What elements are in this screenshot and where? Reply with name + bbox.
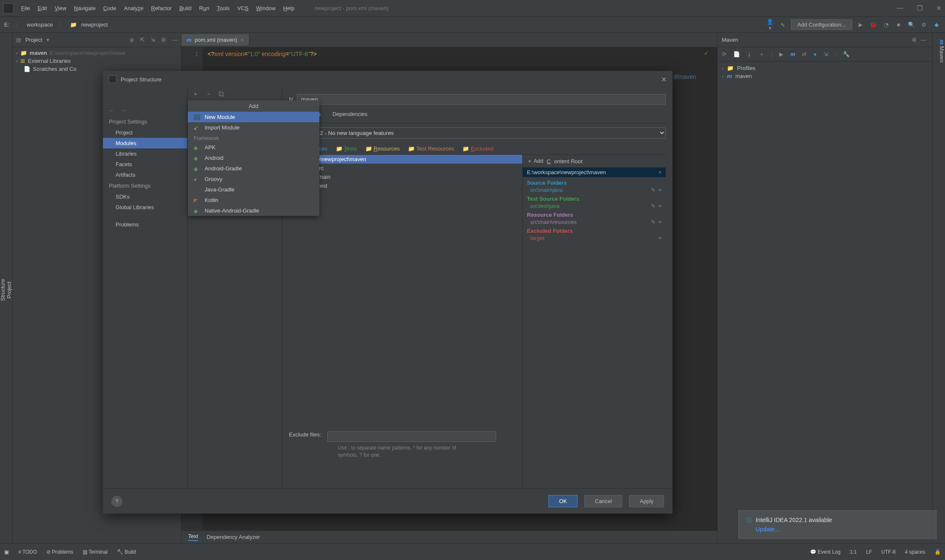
ok-button[interactable]: OK	[548, 495, 578, 507]
menu-window[interactable]: Window	[256, 5, 275, 11]
maven-offline-icon[interactable]: ●	[813, 51, 817, 57]
left-tab-structure[interactable]: Structure	[0, 37, 6, 543]
run-icon[interactable]: ▶	[856, 22, 865, 28]
ps-side-project[interactable]: Project	[103, 127, 187, 138]
menu-navigate[interactable]: Navigate	[74, 5, 95, 11]
add-fw-java-gradle[interactable]: Java-Gradle	[188, 184, 319, 195]
content-root-row[interactable]: \workspace\newproject\maven	[289, 155, 522, 164]
remove-icon[interactable]: ×	[658, 235, 662, 241]
menu-run[interactable]: Run	[199, 5, 209, 11]
ps-side-libraries[interactable]: Libraries	[103, 148, 187, 159]
close-tab-icon[interactable]: ×	[240, 37, 244, 43]
maven-toggle-icon[interactable]: ⇄	[802, 51, 807, 57]
crumb-drive[interactable]: E:	[4, 22, 9, 28]
window-close[interactable]: ✕	[936, 4, 942, 12]
remove-root-icon[interactable]: ×	[658, 169, 662, 175]
target-icon[interactable]: ⊕	[130, 37, 134, 43]
menu-analyze[interactable]: Analyze	[124, 5, 143, 11]
menu-help[interactable]: Help	[283, 5, 294, 11]
user-icon[interactable]: 👤▾	[766, 19, 774, 31]
menu-code[interactable]: Code	[103, 5, 116, 11]
module-name-input[interactable]	[297, 94, 666, 105]
ps-side-modules[interactable]: Modules	[103, 138, 187, 148]
ps-nav-back[interactable]: ←	[109, 107, 114, 113]
debug-icon[interactable]: 🐞	[869, 22, 878, 28]
test-source-folder-item[interactable]: src\test\java✎×	[527, 203, 662, 209]
maven-wrench-icon[interactable]: 🔧	[843, 51, 850, 57]
content-root-selected[interactable]: E:\workspace\newproject\maven×	[523, 167, 666, 177]
ps-side-global-lib[interactable]: Global Libraries	[103, 202, 187, 213]
add-fw-apk[interactable]: ◆APK	[188, 142, 319, 153]
add-content-root[interactable]: ＋ Add Content Root	[523, 155, 666, 167]
status-lf[interactable]: LF	[866, 549, 872, 555]
add-fw-android[interactable]: ◆Android	[188, 153, 319, 163]
resource-folder-item[interactable]: src\main\resources✎×	[527, 219, 662, 225]
crumb-project[interactable]: newproject	[81, 22, 108, 28]
exclude-files-input[interactable]	[327, 431, 496, 442]
maven-reload-icon[interactable]: ⟳	[722, 51, 726, 57]
menu-file[interactable]: File	[21, 5, 30, 11]
add-fw-native-android-gradle[interactable]: ◆Native-Android-Gradle	[188, 205, 319, 216]
ps-close-icon[interactable]: ✕	[661, 75, 667, 83]
subtab-dependencies[interactable]: Dependencies	[332, 111, 367, 120]
edit-icon[interactable]: ✎	[651, 203, 656, 209]
help-button[interactable]: ?	[111, 496, 122, 507]
add-import-module[interactable]: ↙ Import Module	[188, 122, 319, 133]
add-fw-groovy[interactable]: ●Groovy	[188, 174, 319, 184]
ide-icon[interactable]: ◆	[932, 22, 941, 28]
tree-row-maven[interactable]: ›📁 maven E:\workspace\newproject\mave	[13, 49, 181, 57]
add-configuration-button[interactable]: Add Configuration...	[791, 19, 852, 30]
markas-tests[interactable]: 📁 Tests	[336, 145, 357, 152]
remove-icon[interactable]: ×	[658, 219, 662, 225]
maven-add-icon[interactable]: ＋	[759, 51, 764, 58]
menu-view[interactable]: View	[54, 5, 66, 11]
gear-icon[interactable]: ⚙	[161, 37, 166, 43]
ps-add-icon[interactable]: ＋	[193, 90, 198, 98]
status-event-log[interactable]: 💬 Event Log	[810, 549, 840, 555]
maven-gear-icon[interactable]: ⚙	[910, 37, 919, 43]
apply-button[interactable]: Apply	[629, 495, 664, 507]
excluded-folder-item[interactable]: target×	[527, 235, 662, 241]
notification-update-link[interactable]: Update...	[756, 526, 832, 533]
menu-edit[interactable]: Edit	[38, 5, 47, 11]
maven-hide-icon[interactable]: —	[919, 37, 928, 43]
ps-nav-fwd[interactable]: →	[121, 107, 127, 113]
maven-download-icon[interactable]: ⭳	[747, 51, 752, 57]
maven-m-icon[interactable]: m	[790, 51, 795, 57]
ps-side-artifacts[interactable]: Artifacts	[103, 170, 187, 180]
status-todo[interactable]: ≡ TODO	[18, 549, 37, 555]
add-fw-kotlin[interactable]: ◤Kotlin	[188, 195, 319, 205]
add-new-module[interactable]: New Module	[188, 112, 319, 122]
tree-src[interactable]: ▾src	[289, 164, 522, 172]
window-maximize[interactable]: ❐	[917, 4, 923, 12]
crumb-workspace[interactable]: workspace	[27, 22, 53, 28]
coverage-icon[interactable]: ◔	[882, 22, 890, 28]
menu-vcs[interactable]: VCS	[237, 5, 248, 11]
source-folder-item[interactable]: src\main\java✎×	[527, 187, 662, 193]
expand-icon[interactable]: ⇱	[140, 37, 145, 43]
tree-row-ext-lib[interactable]: ›𝌆 External Libraries	[13, 57, 181, 65]
status-indent[interactable]: 4 spaces	[905, 549, 925, 555]
tree-test[interactable]: test	[289, 181, 522, 190]
status-enc[interactable]: UTF-8	[881, 549, 896, 555]
edit-icon[interactable]: ✎	[651, 219, 656, 225]
cancel-button[interactable]: Cancel	[584, 495, 622, 507]
markas-excluded[interactable]: 📁 Excluded	[462, 145, 493, 152]
maven-gensrc-icon[interactable]: 📄	[733, 51, 740, 57]
status-lock-icon[interactable]: 🔒	[934, 549, 941, 555]
markas-resources[interactable]: 📁 Resources	[365, 145, 400, 152]
ps-side-sdks[interactable]: SDKs	[103, 191, 187, 202]
tree-main[interactable]: main	[289, 172, 522, 181]
window-minimize[interactable]: —	[896, 4, 903, 12]
search-icon[interactable]: 🔍	[907, 22, 915, 28]
settings-gear-icon[interactable]: ⚙	[920, 22, 928, 28]
maven-tree-module[interactable]: ›m maven	[718, 72, 932, 80]
markas-test-resources[interactable]: 📁 Test Resources	[408, 145, 454, 152]
menu-build[interactable]: Build	[179, 5, 192, 11]
ps-copy-icon[interactable]: ⿻	[219, 91, 224, 97]
stop-icon[interactable]: ■	[894, 22, 903, 28]
maven-run-icon[interactable]: ▶	[779, 51, 783, 57]
remove-icon[interactable]: ×	[658, 203, 662, 209]
status-build[interactable]: 🔨 Build	[117, 549, 136, 555]
collapse-icon[interactable]: ⇲	[151, 37, 155, 43]
